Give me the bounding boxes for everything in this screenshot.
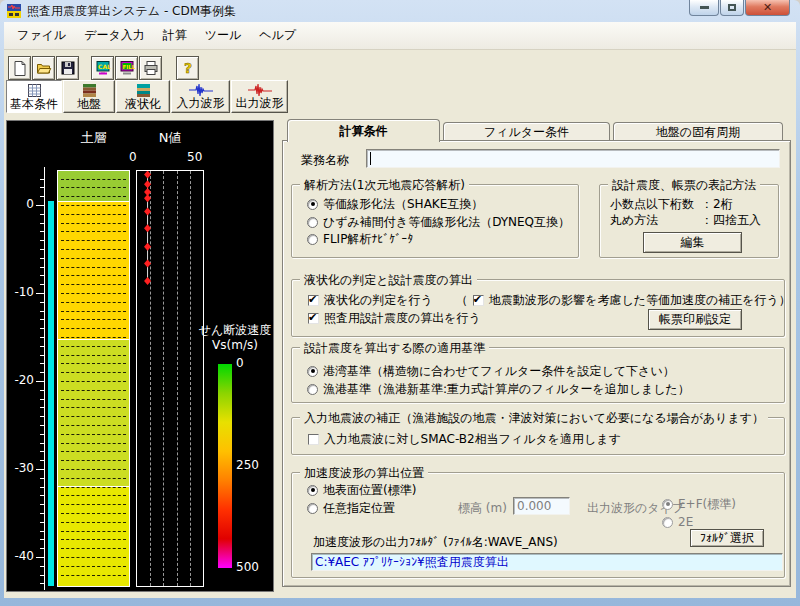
radio-icon[interactable] bbox=[662, 499, 673, 510]
minimize-button[interactable] bbox=[689, 0, 719, 16]
help-icon: ? bbox=[180, 60, 196, 76]
radio-icon[interactable] bbox=[307, 366, 318, 377]
smac-filter-checkbox[interactable] bbox=[308, 434, 319, 445]
text-caret bbox=[370, 152, 371, 165]
svg-text:CAL: CAL bbox=[98, 63, 111, 70]
radio-2e[interactable]: 2E bbox=[662, 515, 693, 529]
group-title: 加速度波形の算出位置 bbox=[300, 465, 428, 482]
svg-text:?: ? bbox=[184, 60, 192, 76]
radio-dyneq[interactable]: ひずみ補間付き等価線形化法（DYNEQ互換） bbox=[307, 215, 570, 229]
group-title: 入力地震波の補正（漁港施設の地震・津波対策において必要になる場合があります） bbox=[300, 410, 768, 427]
seismic-calc-checkbox[interactable] bbox=[308, 313, 319, 324]
output-folder-label: 加速度波形の出力ﾌｫﾙﾀﾞ (ﾌｧｲﾙ名:WAVE_ANS) bbox=[313, 535, 558, 549]
minimize-icon bbox=[700, 6, 709, 9]
nav-tab-input-wave[interactable]: 入力波形 bbox=[171, 80, 230, 113]
new-file-button[interactable] bbox=[8, 56, 31, 80]
rounding-method-row: 丸め方法：四捨五入 bbox=[610, 213, 761, 227]
group-title: 解析方法(1次元地震応答解析) bbox=[300, 177, 469, 194]
soil-column-title: 土層 bbox=[57, 131, 130, 144]
radio-arbitrary-position[interactable]: 任意指定位置 bbox=[307, 501, 395, 515]
menu-file[interactable]: ファイル bbox=[8, 24, 75, 47]
chart-panel: 土層 N値 せん断波速度 Vs(m/s) 0-10-20-30-40050025… bbox=[6, 120, 274, 592]
radio-icon[interactable] bbox=[307, 384, 318, 395]
liquefaction-group: 液状化の判定と設計震度の算出 液状化の判定を行う （ 地震動波形の影響を考慮した… bbox=[291, 279, 785, 337]
radio-icon[interactable] bbox=[307, 234, 318, 245]
radio-icon[interactable] bbox=[307, 199, 318, 210]
print-button[interactable] bbox=[139, 56, 162, 80]
save-icon bbox=[60, 60, 76, 76]
smac-filter-check-row: 入力地震波に対しSMAC-B2相当フィルタを適用します bbox=[308, 432, 621, 446]
tab-calculation-conditions[interactable]: 計算条件 bbox=[287, 119, 440, 142]
vs-legend-subtitle: Vs(m/s) bbox=[195, 339, 275, 352]
help-button[interactable]: ? bbox=[176, 56, 199, 80]
wave-correction-group: 入力地震波の補正（漁港施設の地震・津波対策において必要になる場合があります） 入… bbox=[291, 417, 785, 455]
group-title: 設計震度を算出する際の適用基準 bbox=[300, 340, 489, 357]
client-area: ファイル データ入力 計算 ツール ヘルプ CAL FILL ? 基本条件 地 bbox=[4, 22, 796, 598]
tab-label: フィルター条件 bbox=[484, 125, 569, 139]
fill-monitor-icon: FILL bbox=[119, 60, 135, 76]
project-name-label: 業務名称 bbox=[301, 153, 349, 167]
printer-icon bbox=[143, 60, 159, 76]
n-value-title: N値 bbox=[136, 131, 204, 144]
radio-ground-surface[interactable]: 地表面位置(標準) bbox=[307, 483, 416, 497]
nav-tab-basic-conditions[interactable]: 基本条件 bbox=[6, 80, 62, 113]
blue-waveform-icon bbox=[189, 83, 213, 97]
save-button[interactable] bbox=[56, 56, 79, 80]
group-title: 液状化の判定と設計震度の算出 bbox=[300, 272, 477, 289]
menu-calculate[interactable]: 計算 bbox=[154, 24, 196, 47]
fill-monitor-button[interactable]: FILL bbox=[115, 56, 138, 80]
liquefaction-check-row: 液状化の判定を行う （ 地震動波形の影響を考慮した等価加速度の補正を行う） bbox=[308, 293, 791, 307]
radio-shake[interactable]: 等価線形化法（SHAKE互換） bbox=[307, 197, 483, 211]
nav-tab-label: 基本条件 bbox=[10, 98, 58, 111]
close-icon: ✕ bbox=[763, 1, 772, 14]
vs-legend-title: せん断波速度 bbox=[195, 324, 275, 337]
tab-label: 計算条件 bbox=[340, 124, 388, 138]
report-print-settings-button[interactable]: 帳票印刷設定 bbox=[648, 309, 742, 330]
analysis-method-group: 解析方法(1次元地震応答解析) 等価線形化法（SHAKE互換） ひずみ補間付き等… bbox=[291, 184, 579, 258]
liquefaction-judge-checkbox[interactable] bbox=[308, 295, 319, 306]
window-title: 照査用震度算出システム - CDM事例集 bbox=[27, 3, 236, 20]
radio-icon[interactable] bbox=[307, 217, 318, 228]
nav-tab-output-wave[interactable]: 出力波形 bbox=[231, 80, 288, 113]
spreadsheet-icon bbox=[27, 83, 42, 98]
maximize-icon bbox=[728, 4, 736, 11]
folder-select-button[interactable]: ﾌｫﾙﾀﾞ選択 bbox=[690, 529, 764, 547]
decimal-digits-row: 小数点以下桁数：2桁 bbox=[610, 197, 733, 211]
nav-tab-label: 出力波形 bbox=[236, 97, 284, 110]
toolbar: CAL FILL ? bbox=[8, 55, 200, 81]
nav-tab-label: 地盤 bbox=[77, 98, 101, 111]
calc-monitor-button[interactable]: CAL bbox=[91, 56, 114, 80]
close-button[interactable]: ✕ bbox=[745, 0, 790, 16]
menu-data-input[interactable]: データ入力 bbox=[75, 24, 154, 47]
menu-tools[interactable]: ツール bbox=[196, 24, 251, 47]
red-waveform-icon bbox=[248, 83, 272, 97]
nav-tab-ground[interactable]: 地盤 bbox=[63, 80, 115, 113]
radio-icon[interactable] bbox=[307, 485, 318, 496]
radio-icon[interactable] bbox=[662, 517, 673, 528]
menu-help[interactable]: ヘルプ bbox=[250, 24, 305, 47]
project-name-input[interactable] bbox=[366, 149, 780, 168]
radio-port-standard[interactable]: 港湾基準（構造物に合わせてフィルター条件を設定して下さい） bbox=[307, 364, 675, 378]
radio-icon[interactable] bbox=[307, 503, 318, 514]
elevation-label: 標高 (m) bbox=[458, 501, 507, 515]
maximize-button[interactable] bbox=[720, 0, 744, 16]
radio-flip[interactable]: FLIP解析ﾅﾋﾞｹﾞｰﾀ bbox=[307, 232, 413, 246]
tab-natural-period[interactable]: 地盤の固有周期 bbox=[613, 122, 783, 141]
output-position-group: 加速度波形の算出位置 地表面位置(標準) 任意指定位置 標高 (m) 0.000… bbox=[291, 472, 785, 578]
vs-gradient-bar bbox=[218, 364, 232, 568]
radio-fishing-port-standard[interactable]: 漁港基準（漁港新基準:重力式計算岸のフィルターを追加しました） bbox=[307, 382, 690, 396]
app-window: 照査用震度算出システム - CDM事例集 ✕ ファイル データ入力 計算 ツール… bbox=[0, 0, 800, 606]
elevation-input[interactable]: 0.000 bbox=[513, 497, 570, 515]
tab-filter-conditions[interactable]: フィルター条件 bbox=[443, 122, 610, 141]
notation-group: 設計震度、帳票の表記方法 小数点以下桁数：2桁 丸め方法：四捨五入 編集 bbox=[599, 184, 779, 258]
output-folder-path-input[interactable]: C:¥AEC ｱﾌﾟﾘｹｰｼｮﾝ¥照査用震度算出 bbox=[311, 553, 783, 571]
nav-tab-liquefaction[interactable]: 液状化 bbox=[116, 80, 170, 113]
radio-ef-standard[interactable]: E+F(標準) bbox=[662, 497, 736, 511]
liquefied-soil-icon bbox=[136, 83, 151, 98]
edit-button[interactable]: 編集 bbox=[643, 232, 742, 253]
equiv-accel-checkbox[interactable] bbox=[473, 295, 484, 306]
group-title: 設計震度、帳票の表記方法 bbox=[608, 177, 760, 194]
nav-tab-label: 液状化 bbox=[125, 98, 161, 111]
open-folder-button[interactable] bbox=[32, 56, 55, 80]
new-file-icon bbox=[12, 60, 28, 76]
